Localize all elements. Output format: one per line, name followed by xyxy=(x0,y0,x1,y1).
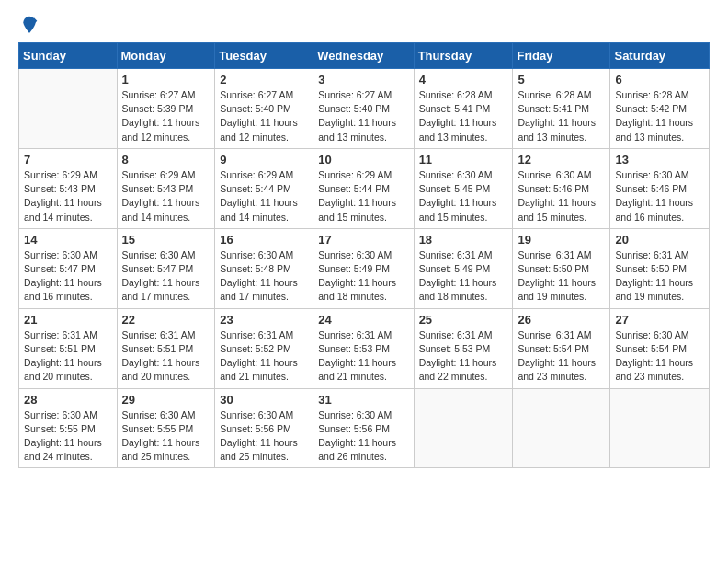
day-info: Sunrise: 6:31 AMSunset: 5:53 PMDaylight:… xyxy=(318,328,408,385)
day-info: Sunrise: 6:28 AMSunset: 5:42 PMDaylight:… xyxy=(615,88,704,144)
day-info: Sunrise: 6:30 AMSunset: 5:46 PMDaylight:… xyxy=(518,168,605,224)
day-number: 8 xyxy=(122,153,210,167)
day-info: Sunrise: 6:30 AMSunset: 5:45 PMDaylight:… xyxy=(419,168,508,224)
day-number: 3 xyxy=(318,73,408,86)
calendar-cell: 10Sunrise: 6:29 AMSunset: 5:44 PMDayligh… xyxy=(313,148,414,228)
day-number: 24 xyxy=(318,313,408,327)
day-number: 25 xyxy=(419,313,508,327)
calendar-cell xyxy=(414,388,513,468)
day-number: 13 xyxy=(615,153,704,167)
calendar-cell xyxy=(19,69,118,149)
calendar-cell: 12Sunrise: 6:30 AMSunset: 5:46 PMDayligh… xyxy=(513,148,610,228)
day-info: Sunrise: 6:30 AMSunset: 5:47 PMDaylight:… xyxy=(122,248,210,304)
calendar-header-saturday: Saturday xyxy=(610,43,710,69)
calendar-cell: 28Sunrise: 6:30 AMSunset: 5:55 PMDayligh… xyxy=(19,388,118,468)
calendar-header-tuesday: Tuesday xyxy=(215,43,313,69)
calendar-header-row: SundayMondayTuesdayWednesdayThursdayFrid… xyxy=(19,43,710,69)
calendar-cell: 25Sunrise: 6:31 AMSunset: 5:53 PMDayligh… xyxy=(414,308,513,388)
calendar-week-row: 1Sunrise: 6:27 AMSunset: 5:39 PMDaylight… xyxy=(19,69,710,149)
day-number: 6 xyxy=(615,73,704,86)
day-number: 21 xyxy=(24,313,112,327)
day-number: 15 xyxy=(122,233,210,247)
day-info: Sunrise: 6:29 AMSunset: 5:44 PMDaylight:… xyxy=(318,168,408,224)
day-info: Sunrise: 6:28 AMSunset: 5:41 PMDaylight:… xyxy=(518,88,605,144)
day-number: 12 xyxy=(518,153,605,167)
day-info: Sunrise: 6:27 AMSunset: 5:40 PMDaylight:… xyxy=(318,88,408,144)
logo-icon xyxy=(20,15,39,33)
header xyxy=(18,15,710,35)
day-info: Sunrise: 6:31 AMSunset: 5:51 PMDaylight:… xyxy=(122,328,210,385)
day-number: 4 xyxy=(419,73,508,86)
day-number: 22 xyxy=(122,313,210,327)
day-number: 2 xyxy=(220,73,308,86)
day-info: Sunrise: 6:31 AMSunset: 5:50 PMDaylight:… xyxy=(518,248,605,304)
calendar-week-row: 21Sunrise: 6:31 AMSunset: 5:51 PMDayligh… xyxy=(19,308,710,388)
day-info: Sunrise: 6:31 AMSunset: 5:51 PMDaylight:… xyxy=(24,328,112,385)
calendar-cell: 7Sunrise: 6:29 AMSunset: 5:43 PMDaylight… xyxy=(19,148,118,228)
calendar-cell: 31Sunrise: 6:30 AMSunset: 5:56 PMDayligh… xyxy=(313,388,414,468)
calendar-week-row: 28Sunrise: 6:30 AMSunset: 5:55 PMDayligh… xyxy=(19,388,710,468)
calendar-cell: 9Sunrise: 6:29 AMSunset: 5:44 PMDaylight… xyxy=(215,148,313,228)
day-number: 31 xyxy=(318,393,408,407)
calendar-cell: 8Sunrise: 6:29 AMSunset: 5:43 PMDaylight… xyxy=(117,148,215,228)
day-number: 23 xyxy=(220,313,308,327)
day-info: Sunrise: 6:31 AMSunset: 5:52 PMDaylight:… xyxy=(220,328,308,385)
logo xyxy=(18,15,39,35)
day-number: 30 xyxy=(220,393,308,407)
calendar-cell: 30Sunrise: 6:30 AMSunset: 5:56 PMDayligh… xyxy=(215,388,313,468)
day-info: Sunrise: 6:31 AMSunset: 5:54 PMDaylight:… xyxy=(518,328,605,385)
calendar-header-wednesday: Wednesday xyxy=(313,43,414,69)
day-info: Sunrise: 6:30 AMSunset: 5:55 PMDaylight:… xyxy=(122,408,210,465)
day-number: 18 xyxy=(419,233,508,247)
calendar-header-thursday: Thursday xyxy=(414,43,513,69)
calendar-cell: 1Sunrise: 6:27 AMSunset: 5:39 PMDaylight… xyxy=(117,69,215,149)
day-info: Sunrise: 6:30 AMSunset: 5:56 PMDaylight:… xyxy=(318,408,408,465)
day-number: 1 xyxy=(122,73,210,86)
day-info: Sunrise: 6:30 AMSunset: 5:47 PMDaylight:… xyxy=(24,248,112,304)
calendar-cell: 4Sunrise: 6:28 AMSunset: 5:41 PMDaylight… xyxy=(414,69,513,149)
calendar-cell: 15Sunrise: 6:30 AMSunset: 5:47 PMDayligh… xyxy=(117,228,215,308)
day-number: 7 xyxy=(24,153,112,167)
page: SundayMondayTuesdayWednesdayThursdayFrid… xyxy=(0,0,728,483)
day-number: 29 xyxy=(122,393,210,407)
day-info: Sunrise: 6:30 AMSunset: 5:49 PMDaylight:… xyxy=(318,248,408,304)
day-info: Sunrise: 6:31 AMSunset: 5:53 PMDaylight:… xyxy=(419,328,508,385)
calendar-cell xyxy=(610,388,710,468)
calendar-week-row: 7Sunrise: 6:29 AMSunset: 5:43 PMDaylight… xyxy=(19,148,710,228)
calendar-cell: 6Sunrise: 6:28 AMSunset: 5:42 PMDaylight… xyxy=(610,69,710,149)
day-info: Sunrise: 6:30 AMSunset: 5:46 PMDaylight:… xyxy=(615,168,704,224)
calendar-cell: 24Sunrise: 6:31 AMSunset: 5:53 PMDayligh… xyxy=(313,308,414,388)
calendar-header-friday: Friday xyxy=(513,43,610,69)
calendar-cell: 11Sunrise: 6:30 AMSunset: 5:45 PMDayligh… xyxy=(414,148,513,228)
day-number: 20 xyxy=(615,233,704,247)
calendar-week-row: 14Sunrise: 6:30 AMSunset: 5:47 PMDayligh… xyxy=(19,228,710,308)
calendar-cell: 19Sunrise: 6:31 AMSunset: 5:50 PMDayligh… xyxy=(513,228,610,308)
calendar-cell: 22Sunrise: 6:31 AMSunset: 5:51 PMDayligh… xyxy=(117,308,215,388)
calendar-cell: 21Sunrise: 6:31 AMSunset: 5:51 PMDayligh… xyxy=(19,308,118,388)
day-number: 28 xyxy=(24,393,112,407)
day-number: 10 xyxy=(318,153,408,167)
day-info: Sunrise: 6:31 AMSunset: 5:49 PMDaylight:… xyxy=(419,248,508,304)
calendar-cell: 2Sunrise: 6:27 AMSunset: 5:40 PMDaylight… xyxy=(215,69,313,149)
day-number: 9 xyxy=(220,153,308,167)
calendar-cell: 5Sunrise: 6:28 AMSunset: 5:41 PMDaylight… xyxy=(513,69,610,149)
day-number: 26 xyxy=(518,313,605,327)
day-info: Sunrise: 6:30 AMSunset: 5:55 PMDaylight:… xyxy=(24,408,112,465)
day-info: Sunrise: 6:30 AMSunset: 5:48 PMDaylight:… xyxy=(220,248,308,304)
day-number: 17 xyxy=(318,233,408,247)
day-info: Sunrise: 6:29 AMSunset: 5:43 PMDaylight:… xyxy=(122,168,210,224)
day-number: 16 xyxy=(220,233,308,247)
calendar-cell: 3Sunrise: 6:27 AMSunset: 5:40 PMDaylight… xyxy=(313,69,414,149)
calendar-cell: 16Sunrise: 6:30 AMSunset: 5:48 PMDayligh… xyxy=(215,228,313,308)
calendar-cell: 27Sunrise: 6:30 AMSunset: 5:54 PMDayligh… xyxy=(610,308,710,388)
day-info: Sunrise: 6:27 AMSunset: 5:40 PMDaylight:… xyxy=(220,88,308,144)
day-info: Sunrise: 6:27 AMSunset: 5:39 PMDaylight:… xyxy=(122,88,210,144)
calendar-cell: 18Sunrise: 6:31 AMSunset: 5:49 PMDayligh… xyxy=(414,228,513,308)
day-number: 19 xyxy=(518,233,605,247)
day-info: Sunrise: 6:29 AMSunset: 5:44 PMDaylight:… xyxy=(220,168,308,224)
calendar-table: SundayMondayTuesdayWednesdayThursdayFrid… xyxy=(18,42,710,468)
calendar-cell: 13Sunrise: 6:30 AMSunset: 5:46 PMDayligh… xyxy=(610,148,710,228)
day-number: 14 xyxy=(24,233,112,247)
calendar-cell: 29Sunrise: 6:30 AMSunset: 5:55 PMDayligh… xyxy=(117,388,215,468)
calendar-header-sunday: Sunday xyxy=(19,43,118,69)
